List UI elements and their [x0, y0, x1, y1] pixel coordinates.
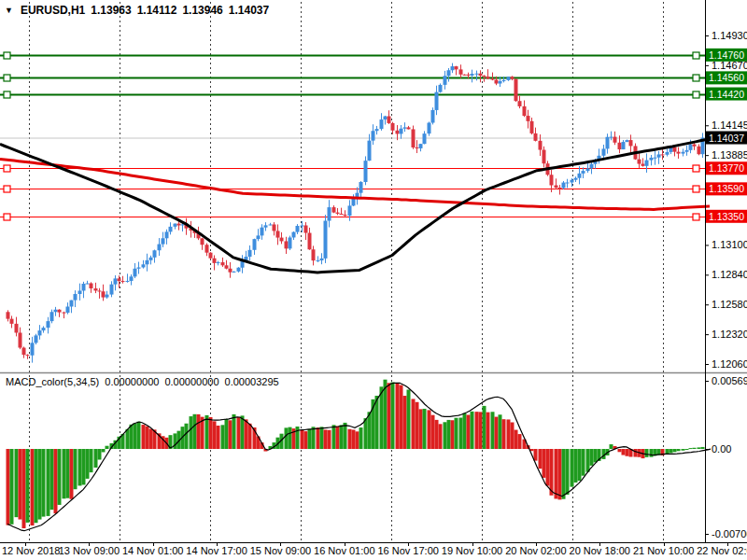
- chart-window: 1.149301.146701.141451.138851.131001.128…: [0, 0, 747, 560]
- indicator-macd-value: 0.00000000: [105, 376, 159, 387]
- time-axis-label: 14 Nov 17:00: [186, 545, 247, 556]
- price-level-badge: 1.13350: [706, 210, 747, 223]
- ohlc-open: 1.13963: [91, 4, 131, 17]
- line-drag-handle[interactable]: [693, 165, 699, 172]
- price-chart-canvas[interactable]: 1.149301.146701.141451.138851.131001.128…: [0, 0, 747, 560]
- expand-triangle-icon[interactable]: ▼: [5, 6, 13, 15]
- price-axis-label: 1.14145: [712, 119, 747, 131]
- time-axis-label: 16 Nov 01:00: [314, 545, 374, 556]
- time-axis-label: 22 Nov 02:00: [697, 545, 747, 556]
- ohlc-low: 1.13946: [182, 4, 222, 17]
- symbol-name: EURUSD,H1: [21, 4, 85, 17]
- ohlc-close: 1.14037: [229, 4, 269, 17]
- time-axis-label: 19 Nov 10:00: [442, 545, 502, 556]
- price-level-badge: 1.13770: [706, 161, 747, 175]
- price-axis-label: 1.12840: [712, 269, 747, 280]
- price-level-badge: 1.14420: [706, 88, 747, 101]
- macd-axis-label: -0.007069: [712, 528, 747, 539]
- price-badge-label: 1.14560: [709, 72, 744, 83]
- price-axis-label: 1.12060: [712, 358, 747, 370]
- line-drag-handle[interactable]: [4, 91, 10, 98]
- time-axis-label: 14 Nov 01:00: [122, 545, 183, 556]
- price-axis-label: 1.12320: [712, 329, 747, 340]
- line-drag-handle[interactable]: [4, 186, 10, 192]
- time-axis-label: 15 Nov 09:00: [250, 545, 311, 556]
- line-drag-handle[interactable]: [693, 91, 699, 98]
- time-axis-label: 16 Nov 17:00: [377, 545, 438, 556]
- symbol-header: ▼EURUSD,H11.139631.141121.139461.14037: [5, 4, 275, 17]
- time-axis-label: 20 Nov 18:00: [570, 545, 630, 556]
- time-axis-label: 21 Nov 10:00: [633, 545, 694, 556]
- price-badge-label: 1.14760: [709, 49, 744, 61]
- time-axis: 12 Nov 201813 Nov 09:0014 Nov 01:0014 No…: [0, 545, 747, 559]
- macd-axis-label: 0.005697: [712, 375, 747, 386]
- line-drag-handle[interactable]: [693, 186, 699, 192]
- price-badge-label: 1.13350: [709, 211, 744, 222]
- line-drag-handle[interactable]: [693, 214, 699, 220]
- price-badge-label: 1.13770: [709, 162, 744, 174]
- price-badge-label: 1.14037: [709, 133, 744, 144]
- price-level-badge: 1.14760: [706, 49, 747, 62]
- line-drag-handle[interactable]: [4, 52, 10, 59]
- line-drag-handle[interactable]: [4, 75, 10, 81]
- chart-background: [0, 0, 747, 560]
- price-axis-label: 1.12580: [712, 299, 747, 310]
- indicator-name: MACD_color(5,34,5): [6, 376, 99, 387]
- time-axis-label: 13 Nov 09:00: [59, 545, 120, 556]
- line-drag-handle[interactable]: [4, 165, 10, 172]
- price-axis-label: 1.14930: [712, 30, 747, 41]
- line-drag-handle[interactable]: [693, 52, 699, 59]
- line-drag-handle[interactable]: [4, 214, 10, 220]
- line-drag-handle[interactable]: [693, 75, 699, 81]
- price-level-badge: 1.14037: [706, 132, 747, 145]
- macd-axis-label: 0.00: [712, 443, 731, 455]
- price-axis-label: 1.13100: [712, 239, 747, 250]
- price-badge-label: 1.14420: [709, 89, 744, 100]
- price-level-badge: 1.13590: [706, 182, 747, 195]
- time-axis-label: 20 Nov 02:00: [505, 545, 566, 556]
- time-axis-label: 12 Nov 2018: [2, 545, 60, 556]
- indicator-signal-value: 0.00000000: [164, 376, 218, 387]
- ohlc-high: 1.14112: [137, 4, 177, 17]
- price-level-badge: 1.14560: [706, 71, 747, 84]
- price-axis-label: 1.13885: [712, 149, 747, 161]
- indicator-histogram-value: 0.00003295: [225, 376, 279, 387]
- price-badge-label: 1.13590: [709, 183, 744, 194]
- indicator-header: MACD_color(5,34,5)0.000000000.000000000.…: [6, 376, 285, 387]
